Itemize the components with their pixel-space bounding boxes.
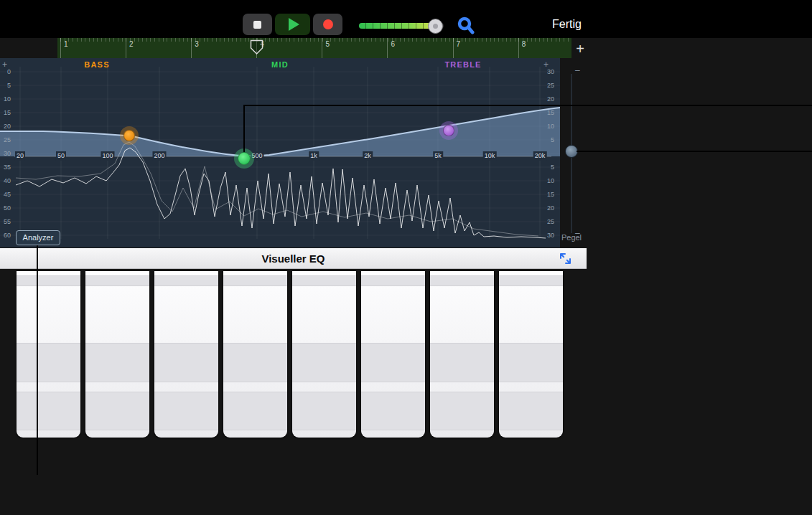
callout-line-level-slider — [577, 151, 812, 152]
db-label: 45 — [0, 191, 11, 198]
db-label: 5 — [0, 82, 11, 89]
stop-button[interactable] — [243, 14, 272, 35]
key-zone — [499, 392, 563, 430]
add-track-button[interactable]: + — [571, 39, 589, 58]
key-zone — [17, 275, 80, 286]
freq-label: 10k — [483, 151, 497, 161]
piano-key[interactable] — [85, 271, 149, 438]
piano-key[interactable] — [17, 271, 80, 438]
analyzer-button[interactable]: Analyzer — [16, 230, 60, 245]
key-zone — [85, 392, 149, 430]
done-button[interactable]: Fertig — [531, 18, 582, 31]
transport-bar: Fertig — [0, 0, 812, 38]
db-label: 15 — [0, 109, 11, 116]
piano-key[interactable] — [292, 271, 356, 438]
volume-handle[interactable] — [428, 19, 443, 34]
callout-line-mid-handle-vertical — [243, 106, 245, 152]
callout-line-mid-handle-horizontal — [243, 105, 812, 106]
eq-treble-handle[interactable] — [443, 125, 454, 136]
gain-label: 25 — [536, 82, 554, 89]
key-zone — [499, 275, 563, 286]
stop-icon — [253, 21, 261, 29]
gain-label: 10 — [536, 177, 554, 184]
playhead-marker[interactable] — [250, 39, 263, 55]
db-label: 35 — [0, 164, 11, 171]
key-zone — [223, 343, 287, 382]
eq-mid-handle[interactable] — [238, 152, 251, 165]
measure-number: 8 — [518, 38, 571, 58]
key-zone — [430, 343, 494, 382]
gain-label: 30 — [536, 68, 554, 75]
volume-fill-segments — [359, 23, 434, 29]
key-zone — [361, 343, 425, 382]
measure-number: 2 — [126, 38, 191, 58]
treble-band-label: TREBLE — [420, 60, 506, 69]
eq-curve-fill — [0, 108, 560, 156]
plugin-title: Visueller EQ — [0, 252, 587, 265]
callout-line-analyzer — [37, 245, 38, 475]
key-zone — [361, 392, 425, 430]
gain-label: 5 — [536, 136, 554, 143]
eq-graph[interactable] — [0, 58, 560, 247]
db-label: 0 — [0, 68, 11, 75]
key-zone — [154, 343, 218, 382]
volume-fill — [359, 23, 434, 29]
expand-icon[interactable] — [558, 251, 573, 266]
freq-label: 200 — [152, 151, 166, 161]
key-zone — [17, 392, 80, 430]
freq-label: 20 — [15, 151, 25, 161]
level-minus-top: – — [575, 65, 580, 75]
key-zone — [430, 392, 494, 430]
eq-bass-handle[interactable] — [123, 130, 135, 141]
gain-label: 5 — [536, 164, 554, 171]
record-icon — [323, 19, 333, 29]
db-label: 50 — [0, 204, 11, 212]
key-zone — [223, 392, 287, 430]
spectrum-analyzer-trace — [16, 148, 546, 238]
measure-number: 6 — [387, 38, 452, 58]
key-zone — [154, 275, 218, 286]
piano-key[interactable] — [223, 271, 287, 438]
gain-label: 20 — [536, 95, 554, 103]
key-zone — [292, 343, 356, 382]
timeline-ruler[interactable]: 12345678 — [57, 38, 571, 58]
gain-label: 15 — [536, 191, 554, 198]
gain-label: 20 — [536, 204, 554, 212]
ruler-measures: 12345678 — [60, 38, 571, 58]
play-icon — [289, 18, 299, 31]
gain-label: 10 — [536, 123, 554, 130]
record-button[interactable] — [313, 14, 342, 35]
bass-band-label: BASS — [54, 60, 140, 69]
piano-key[interactable] — [361, 271, 425, 438]
db-label: 55 — [0, 218, 11, 225]
gain-label: 25 — [536, 218, 554, 225]
gain-scale-bottom: 51015202530 — [536, 164, 554, 239]
play-button[interactable] — [275, 14, 310, 35]
measure-number: 1 — [60, 38, 126, 58]
piano-key[interactable] — [154, 271, 218, 438]
db-label: 10 — [0, 95, 11, 103]
key-zone — [154, 392, 218, 430]
measure-number: 3 — [191, 38, 256, 58]
db-label: 60 — [0, 232, 11, 239]
freq-label: 5k — [433, 151, 443, 161]
db-label: 30 — [0, 150, 11, 157]
freq-label: 100 — [101, 151, 114, 161]
level-label: Pegel — [556, 233, 587, 242]
piano-key[interactable] — [499, 271, 563, 438]
key-zone — [17, 343, 80, 382]
garageband-screen: Fertig 12345678 + BASS MID TREBLE + + 05… — [0, 0, 812, 515]
key-zone — [430, 275, 494, 286]
key-zone — [292, 275, 356, 286]
key-zone — [499, 343, 563, 382]
db-scale-left: 051015202530354045505560 — [0, 68, 11, 239]
key-zone — [85, 343, 149, 382]
piano-key[interactable] — [430, 271, 494, 438]
visual-eq-panel: BASS MID TREBLE + + 05101520253035404550… — [0, 58, 560, 247]
db-label: 40 — [0, 177, 11, 184]
db-label: 25 — [0, 136, 11, 143]
measure-number: 4 — [256, 38, 322, 58]
key-zone — [361, 275, 425, 286]
freq-label: 1k — [309, 151, 319, 161]
loop-browser-icon[interactable] — [457, 16, 475, 34]
